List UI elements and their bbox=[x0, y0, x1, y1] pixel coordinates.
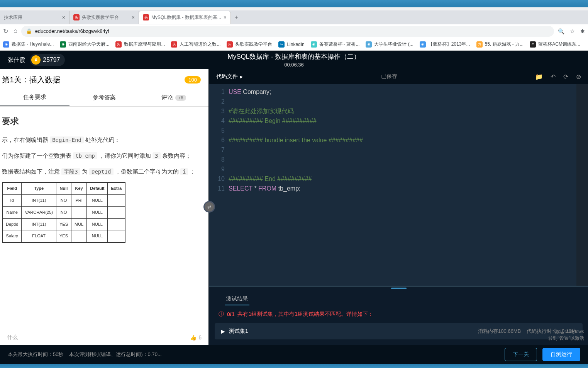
table-header: Extra bbox=[108, 182, 125, 194]
main-area: 第1关：插入数据 100 任务要求 参考答案 评论76 要求 示，在右侧编辑器 … bbox=[0, 69, 588, 345]
coin-icon: ¥ bbox=[31, 55, 41, 65]
bookmark-7[interactable]: ◉大学生毕业设计 (... bbox=[366, 41, 413, 48]
user-name[interactable]: 张仕霞 bbox=[8, 56, 25, 64]
bottom-bar: 本关最大执行时间：50秒 本次评测耗时(编译、运行总时间)：0.70... 下一… bbox=[0, 345, 588, 364]
undo-icon[interactable]: ↶ bbox=[551, 73, 556, 80]
tab-reference-answer[interactable]: 参考答案 bbox=[69, 89, 139, 106]
app-header: 张仕霞 ¥ 25797 MySQL数据库 - 数据库和表的基本操作（二） 00:… bbox=[0, 51, 588, 69]
tab-0[interactable]: 技术应用 × bbox=[0, 11, 69, 24]
paragraph: 们为你新建了一个空数据表 tb_emp ，请你为它同时添加 3 条数内容； bbox=[2, 150, 203, 161]
timer: 00:06:36 bbox=[228, 62, 361, 68]
code-line[interactable]: USE Company; bbox=[229, 87, 576, 97]
content-heading: 要求 bbox=[2, 114, 203, 129]
bookmark-8[interactable]: ◉【蓝桥杯】2013年... bbox=[420, 41, 470, 48]
window-minimize[interactable]: — bbox=[576, 6, 580, 12]
bookmark-1[interactable]: ◉西南财经大学天府... bbox=[60, 41, 109, 48]
tab-comments[interactable]: 评论76 bbox=[139, 89, 208, 106]
code-line[interactable] bbox=[229, 145, 576, 155]
tab-title: MySQL数据库 - 数据库和表的基... bbox=[151, 14, 221, 21]
code-lines[interactable]: USE Company; #请在此处添加实现代码########## Begin… bbox=[229, 84, 576, 286]
bookmark-6[interactable]: ◉备赛蓝桥杯 - 蓝桥... bbox=[311, 41, 360, 48]
reload-icon[interactable]: ↻ bbox=[3, 27, 8, 35]
window-controls: — bbox=[0, 7, 588, 10]
new-tab-button[interactable]: + bbox=[231, 14, 242, 21]
task-content: 要求 示，在右侧编辑器 Begin-End 处补充代码： 们为你新建了一个空数据… bbox=[0, 107, 208, 330]
test-panel-resize-handle[interactable] bbox=[209, 287, 588, 290]
paragraph: 示，在右侧编辑器 Begin-End 处补充代码： bbox=[2, 135, 203, 145]
test-set-label: 测试集1 bbox=[229, 328, 248, 335]
tab-1[interactable]: 头 头歌实践教学平台 × bbox=[69, 11, 139, 24]
home-icon[interactable]: ⌂ bbox=[14, 27, 17, 35]
max-exec-time: 本关最大执行时间：50秒 bbox=[8, 351, 63, 357]
tab-test-results[interactable]: 测试结果 bbox=[225, 293, 249, 305]
comment-count: 76 bbox=[175, 95, 186, 101]
page-title: MySQL数据库 - 数据库和表的基本操作（二） bbox=[228, 52, 361, 61]
like-button[interactable]: 👍 6 bbox=[190, 334, 202, 341]
left-footer: 什么 👍 6 bbox=[0, 330, 208, 345]
score-badge: 100 bbox=[185, 76, 201, 83]
tab-favicon: 头 bbox=[73, 14, 80, 20]
like-count: 6 bbox=[198, 334, 202, 341]
panel-divider-handle[interactable]: ⇄ bbox=[203, 201, 215, 213]
coin-badge[interactable]: ¥ 25797 bbox=[30, 54, 65, 66]
code-line[interactable] bbox=[229, 126, 576, 135]
code-line[interactable] bbox=[229, 164, 576, 174]
test-summary: ⓘ 0/1 共有1组测试集，其中有1组测试结果不匹配。详情如下： bbox=[209, 305, 588, 323]
file-label[interactable]: 代码文件 bbox=[216, 73, 238, 80]
code-line[interactable]: ########## bundle insert the value #####… bbox=[229, 135, 576, 145]
editor-header: 代码文件 ▸ 已保存 📁 ↶ ⟳ ⊘ bbox=[209, 69, 588, 84]
expand-icon[interactable]: ▶ bbox=[221, 328, 225, 334]
table-row: IdINT(11)NOPRINULL bbox=[2, 194, 125, 206]
left-tabs: 任务要求 参考答案 评论76 bbox=[0, 89, 208, 107]
schema-table: FieldTypeNullKeyDefaultExtra IdINT(11)NO… bbox=[2, 182, 125, 243]
footer-hint: 什么 bbox=[7, 334, 18, 341]
zoom-icon[interactable]: 🔍 bbox=[558, 28, 564, 34]
next-level-button[interactable]: 下一关 bbox=[505, 348, 537, 361]
table-header: Default bbox=[87, 182, 108, 194]
bookmark-4[interactable]: 头头歌实践教学平台 bbox=[227, 41, 272, 48]
self-test-button[interactable]: 自测运行 bbox=[542, 348, 580, 361]
line-gutter: 1234567891011 bbox=[209, 84, 229, 286]
url-input[interactable]: 🔒 educoder.net/tasks/r6bzgwvk84yf bbox=[21, 26, 554, 37]
tab-2[interactable]: 头 MySQL数据库 - 数据库和表的基... × bbox=[139, 11, 231, 24]
close-icon[interactable]: × bbox=[132, 14, 135, 20]
table-header: Key bbox=[71, 182, 86, 194]
table-row: SalaryFLOATYESNULL bbox=[2, 230, 125, 242]
table-row: NameVARCHAR(25)NONULL bbox=[2, 206, 125, 218]
bookmark-3[interactable]: 头人工智能进阶之数... bbox=[171, 41, 220, 48]
bookmark-0[interactable]: ◉数据集 - Heywhale... bbox=[3, 41, 54, 48]
code-line[interactable] bbox=[229, 155, 576, 164]
code-line[interactable]: #请在此处添加实现代码 bbox=[229, 106, 576, 116]
play-icon[interactable]: ▸ bbox=[240, 73, 243, 80]
tab-task-requirements[interactable]: 任务要求 bbox=[0, 89, 69, 106]
level-title: 第1关：插入数据 bbox=[2, 75, 60, 85]
bookmark-2[interactable]: 头数据库原理与应用... bbox=[115, 41, 165, 48]
code-line[interactable]: ########## Begin ########## bbox=[229, 116, 576, 126]
refresh-icon[interactable]: ⟳ bbox=[563, 73, 568, 80]
code-editor[interactable]: 1234567891011 USE Company; #请在此处添加实现代码##… bbox=[209, 84, 588, 286]
bookmarks-bar: ◉数据集 - Heywhale... ◉西南财经大学天府... 头数据库原理与应… bbox=[0, 38, 588, 51]
reset-icon[interactable]: ⊘ bbox=[576, 73, 581, 80]
tab-title: 技术应用 bbox=[4, 14, 22, 21]
code-line[interactable]: SELECT * FROM tb_emp; bbox=[229, 184, 576, 193]
code-line[interactable] bbox=[229, 97, 576, 106]
thumbs-up-icon: 👍 bbox=[190, 334, 197, 341]
bookmark-5[interactable]: inLinkedIn bbox=[278, 41, 304, 48]
error-icon: ⓘ bbox=[219, 311, 224, 318]
close-icon[interactable]: × bbox=[62, 14, 65, 20]
extension-icon[interactable]: ✱ bbox=[580, 28, 585, 34]
lock-icon: 🔒 bbox=[26, 28, 32, 34]
close-icon[interactable]: × bbox=[224, 14, 227, 20]
bookmark-9[interactable]: 力55. 跳跃游戏 - 力... bbox=[476, 41, 524, 48]
eval-time: 本次评测耗时(编译、运行总时间)：0.70... bbox=[69, 351, 162, 357]
star-icon[interactable]: ☆ bbox=[570, 28, 575, 34]
bookmark-10[interactable]: C蓝桥杯ACM训练系... bbox=[530, 41, 580, 48]
test-set-row[interactable]: ▶ 测试集1 消耗内存100.66MB 代码执行时长：0.12秒 bbox=[215, 323, 583, 339]
code-line[interactable]: ########## End ########## bbox=[229, 174, 576, 184]
left-panel: 第1关：插入数据 100 任务要求 参考答案 评论76 要求 示，在右侧编辑器 … bbox=[0, 69, 209, 345]
folder-icon[interactable]: 📁 bbox=[535, 73, 543, 80]
tabs-bar: 技术应用 × 头 头歌实践教学平台 × 头 MySQL数据库 - 数据库和表的基… bbox=[0, 10, 588, 24]
tab-title: 头歌实践教学平台 bbox=[82, 14, 119, 21]
minimap[interactable] bbox=[576, 84, 588, 286]
desktop-taskbar-bottom bbox=[0, 364, 588, 368]
